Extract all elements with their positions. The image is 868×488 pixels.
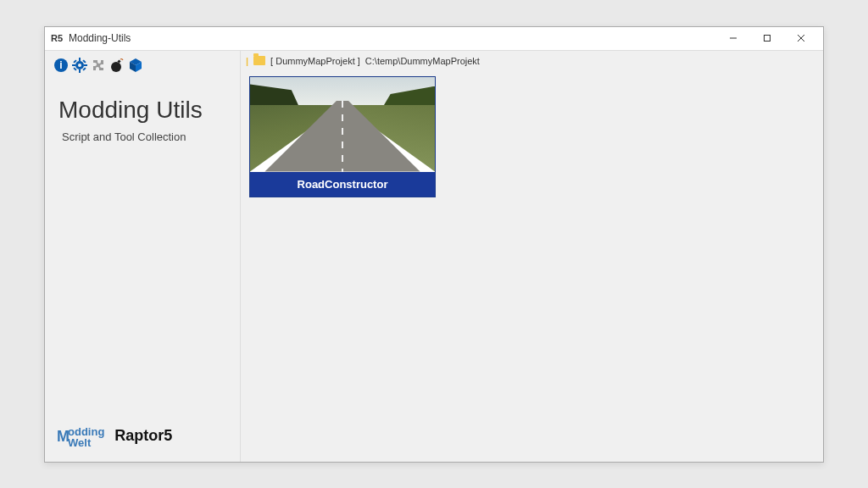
svg-point-15 <box>78 64 81 67</box>
breadcrumb-path: C:\temp\DummyMapProjekt <box>365 56 480 66</box>
window-title: Modding-Utils <box>69 32 716 44</box>
svg-rect-10 <box>84 64 87 66</box>
bomb-icon[interactable] <box>109 58 125 73</box>
app-title: Modding Utils <box>58 97 231 124</box>
card-label: RoadConstructor <box>250 172 435 197</box>
window-controls <box>716 26 818 50</box>
close-button[interactable] <box>784 26 818 50</box>
breadcrumb-project: [ DummyMapProjekt ] <box>270 56 360 66</box>
logo-odding: odding <box>68 426 104 437</box>
svg-rect-1 <box>765 36 771 42</box>
svg-rect-7 <box>79 58 81 61</box>
svg-point-16 <box>111 62 121 72</box>
logo-welt: Welt <box>68 437 104 448</box>
puzzle-icon[interactable] <box>91 58 106 73</box>
cube-icon[interactable] <box>128 58 143 73</box>
footer-logos: ModdingWelt Raptor5 <box>53 419 231 457</box>
svg-rect-8 <box>79 69 81 73</box>
tool-card-roadconstructor[interactable]: RoadConstructor <box>249 76 436 197</box>
app-window: R5 Modding-Utils i <box>44 26 824 463</box>
svg-rect-12 <box>82 67 86 70</box>
folder-icon <box>253 56 265 65</box>
breadcrumb: | [ DummyMapProjekt ] C:\temp\DummyMapPr… <box>241 51 823 71</box>
gear-icon[interactable] <box>72 58 87 73</box>
app-icon: R5 <box>50 31 64 45</box>
info-icon[interactable]: i <box>53 58 69 73</box>
raptor5-logo: Raptor5 <box>114 427 172 445</box>
breadcrumb-separator: | <box>246 56 248 66</box>
sidebar: i Modding Utils Script and Tool Collecti… <box>45 51 240 462</box>
app-subtitle: Script and Tool Collection <box>62 130 231 143</box>
titlebar: R5 Modding-Utils <box>45 27 823 51</box>
card-thumbnail <box>250 77 435 172</box>
svg-rect-11 <box>73 59 76 63</box>
sidebar-spacer <box>53 143 231 419</box>
content-area: i Modding Utils Script and Tool Collecti… <box>45 51 823 462</box>
svg-rect-14 <box>73 67 76 70</box>
minimize-button[interactable] <box>716 26 750 50</box>
cards-area: RoadConstructor <box>241 71 823 462</box>
svg-rect-9 <box>72 64 75 66</box>
toolbar: i <box>53 56 231 81</box>
maximize-button[interactable] <box>750 26 784 50</box>
svg-rect-13 <box>82 59 86 63</box>
main-panel: | [ DummyMapProjekt ] C:\temp\DummyMapPr… <box>240 51 823 462</box>
moddingwelt-logo: ModdingWelt <box>57 426 104 448</box>
svg-text:i: i <box>59 59 62 71</box>
